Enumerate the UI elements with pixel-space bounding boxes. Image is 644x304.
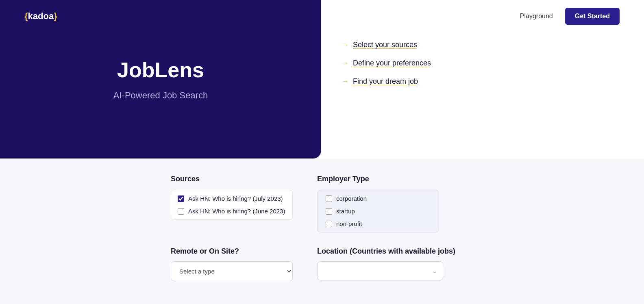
logo-name: kadoa xyxy=(28,11,54,21)
sources-label: Sources xyxy=(171,175,293,183)
employer-label: Employer Type xyxy=(317,175,439,183)
arrow-icon-preferences: → xyxy=(342,59,349,67)
location-input-wrapper: ⌄ xyxy=(317,261,443,280)
sources-checkbox-group: Ask HN: Who is hiring? (July 2023) Ask H… xyxy=(171,190,293,220)
location-label: Location (Countries with available jobs) xyxy=(317,247,455,256)
playground-button[interactable]: Playground xyxy=(520,13,553,20)
remote-select[interactable]: Select a type Remote On Site Hybrid xyxy=(171,261,293,281)
logo-bracket-close: } xyxy=(54,11,57,21)
employer-label-nonprofit: non-profit xyxy=(336,220,362,227)
employer-checkbox-group: corporation startup non-profit xyxy=(317,190,439,232)
info-item-preferences[interactable]: → Define your preferences xyxy=(342,59,431,67)
info-panel: → Select your sources → Define your pref… xyxy=(342,41,431,86)
remote-label: Remote or On Site? xyxy=(171,247,293,256)
hero-subtitle: AI-Powered Job Search xyxy=(113,90,208,101)
chevron-down-icon[interactable]: ⌄ xyxy=(426,268,443,274)
employer-checkbox-startup[interactable] xyxy=(326,208,332,215)
sources-column: Sources Ask HN: Who is hiring? (July 202… xyxy=(171,175,293,232)
hero-title: JobLens xyxy=(117,58,204,82)
info-label-dream-job: Find your dream job xyxy=(353,77,418,86)
employer-option-corporation[interactable]: corporation xyxy=(326,195,431,202)
source-label-june: Ask HN: Who is hiring? (June 2023) xyxy=(188,208,285,215)
info-item-sources[interactable]: → Select your sources xyxy=(342,41,431,49)
source-label-july: Ask HN: Who is hiring? (July 2023) xyxy=(188,195,283,202)
employer-label-startup: startup xyxy=(336,208,355,215)
source-checkbox-june[interactable] xyxy=(178,208,184,215)
source-option-july[interactable]: Ask HN: Who is hiring? (July 2023) xyxy=(178,195,286,202)
location-input[interactable] xyxy=(318,262,426,280)
arrow-icon-dream-job: → xyxy=(342,77,349,86)
remote-column: Remote or On Site? Select a type Remote … xyxy=(171,247,293,281)
form-bottom: Remote or On Site? Select a type Remote … xyxy=(171,247,644,281)
employer-label-corporation: corporation xyxy=(336,195,367,202)
info-label-sources: Select your sources xyxy=(353,41,417,49)
employer-option-nonprofit[interactable]: non-profit xyxy=(326,220,431,227)
source-checkbox-july[interactable] xyxy=(178,195,184,202)
employer-checkbox-nonprofit[interactable] xyxy=(326,221,332,227)
employer-option-startup[interactable]: startup xyxy=(326,208,431,215)
navbar: {kadoa} Playground Get Started xyxy=(0,0,644,33)
get-started-button[interactable]: Get Started xyxy=(565,8,620,25)
form-inner: Sources Ask HN: Who is hiring? (July 202… xyxy=(171,159,644,232)
navbar-right: Playground Get Started xyxy=(520,8,620,25)
form-section: Sources Ask HN: Who is hiring? (July 202… xyxy=(0,159,644,304)
navbar-left: {kadoa} xyxy=(0,11,321,22)
employer-checkbox-corporation[interactable] xyxy=(326,195,332,202)
source-option-june[interactable]: Ask HN: Who is hiring? (June 2023) xyxy=(178,208,286,215)
location-column: Location (Countries with available jobs)… xyxy=(317,247,455,281)
logo: {kadoa} xyxy=(24,11,57,22)
employer-column: Employer Type corporation startup non-pr… xyxy=(317,175,439,232)
logo-bracket-open: { xyxy=(24,11,28,21)
arrow-icon-sources: → xyxy=(342,41,349,49)
info-label-preferences: Define your preferences xyxy=(353,59,431,67)
info-item-dream-job[interactable]: → Find your dream job xyxy=(342,77,431,86)
